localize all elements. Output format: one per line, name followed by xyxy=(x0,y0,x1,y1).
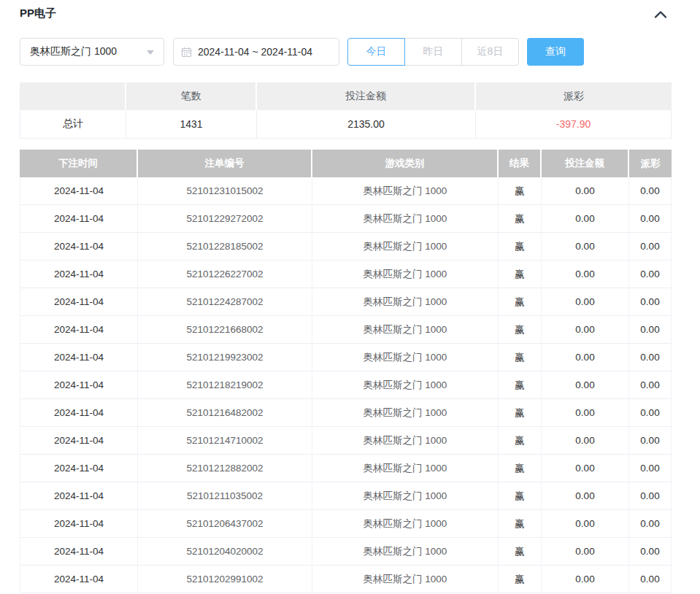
table-row: 2024-11-0452101211035002奥林匹斯之门 1000赢0.00… xyxy=(20,482,672,510)
game-type-cell: 奥林匹斯之门 1000 xyxy=(312,427,499,455)
game-type-cell: 奥林匹斯之门 1000 xyxy=(312,233,499,261)
bet-id-cell: 52101228185002 xyxy=(138,233,312,261)
table-row: 2024-11-0452101216482002奥林匹斯之门 1000赢0.00… xyxy=(20,399,672,427)
bet-id-cell: 52101212882002 xyxy=(138,455,312,482)
table-row: 2024-11-0452101224287002奥林匹斯之门 1000赢0.00… xyxy=(20,288,672,316)
bet-time-cell: 2024-11-04 xyxy=(20,455,138,482)
bet-id-cell: 52101216482002 xyxy=(138,399,312,427)
bet-time-cell: 2024-11-04 xyxy=(20,177,138,205)
summary-total-payout: -397.90 xyxy=(476,110,672,139)
bet-amount-cell: 0.00 xyxy=(542,205,629,233)
result-cell: 赢 xyxy=(499,233,542,261)
summary-total-bet-amount: 2135.00 xyxy=(257,110,476,139)
table-row: 2024-11-0452101218219002奥林匹斯之门 1000赢0.00… xyxy=(20,371,672,399)
payout-cell: 0.00 xyxy=(629,510,672,538)
bet-records-table: 下注时间 注单编号 游戏类别 结果 投注金额 派彩 2024-11-045210… xyxy=(20,150,672,593)
bet-amount-cell: 0.00 xyxy=(542,566,629,593)
game-type-cell: 奥林匹斯之门 1000 xyxy=(312,205,499,233)
payout-cell: 0.00 xyxy=(629,344,672,371)
result-cell: 赢 xyxy=(499,510,542,538)
bet-time-cell: 2024-11-04 xyxy=(20,510,138,538)
bet-amount-cell: 0.00 xyxy=(542,399,629,427)
result-cell: 赢 xyxy=(499,399,542,427)
bet-amount-cell: 0.00 xyxy=(542,427,629,455)
game-select[interactable]: 奥林匹斯之门 1000 xyxy=(20,38,164,66)
game-select-value: 奥林匹斯之门 1000 xyxy=(30,45,117,58)
bet-amount-cell: 0.00 xyxy=(542,288,629,316)
result-cell: 赢 xyxy=(499,538,542,566)
summary-total-count: 1431 xyxy=(126,110,257,139)
bet-amount-cell: 0.00 xyxy=(542,344,629,371)
result-cell: 赢 xyxy=(499,455,542,482)
bet-amount-cell: 0.00 xyxy=(542,261,629,288)
bet-amount-cell: 0.00 xyxy=(542,177,629,205)
game-type-cell: 奥林匹斯之门 1000 xyxy=(312,510,499,538)
bet-id-cell: 52101204020002 xyxy=(138,538,312,566)
bet-id-cell: 52101229272002 xyxy=(138,205,312,233)
date-range-input[interactable]: 2024-11-04 ~ 2024-11-04 xyxy=(173,38,339,66)
col-bet-id: 注单编号 xyxy=(138,150,312,177)
game-type-cell: 奥林匹斯之门 1000 xyxy=(312,455,499,482)
payout-cell: 0.00 xyxy=(629,427,672,455)
payout-cell: 0.00 xyxy=(629,455,672,482)
payout-cell: 0.00 xyxy=(629,288,672,316)
table-row: 2024-11-0452101228185002奥林匹斯之门 1000赢0.00… xyxy=(20,233,672,261)
search-button[interactable]: 查询 xyxy=(527,38,584,66)
bet-id-cell: 52101226227002 xyxy=(138,261,312,288)
game-type-cell: 奥林匹斯之门 1000 xyxy=(312,371,499,399)
payout-cell: 0.00 xyxy=(629,205,672,233)
today-button[interactable]: 今日 xyxy=(347,38,405,66)
table-row: 2024-11-0452101214710002奥林匹斯之门 1000赢0.00… xyxy=(20,427,672,455)
table-row: 2024-11-0452101212882002奥林匹斯之门 1000赢0.00… xyxy=(20,455,672,482)
table-row: 2024-11-0452101226227002奥林匹斯之门 1000赢0.00… xyxy=(20,261,672,288)
calendar-icon xyxy=(181,47,192,58)
game-type-cell: 奥林匹斯之门 1000 xyxy=(312,261,499,288)
bet-time-cell: 2024-11-04 xyxy=(20,316,138,344)
payout-cell: 0.00 xyxy=(629,371,672,399)
bet-id-cell: 52101224287002 xyxy=(138,288,312,316)
payout-cell: 0.00 xyxy=(629,538,672,566)
col-result: 结果 xyxy=(499,150,542,177)
game-type-cell: 奥林匹斯之门 1000 xyxy=(312,344,499,371)
bet-time-cell: 2024-11-04 xyxy=(20,288,138,316)
bet-time-cell: 2024-11-04 xyxy=(20,344,138,371)
bet-amount-cell: 0.00 xyxy=(542,510,629,538)
bet-amount-cell: 0.00 xyxy=(542,455,629,482)
summary-col-payout: 派彩 xyxy=(476,82,672,110)
bet-amount-cell: 0.00 xyxy=(542,482,629,510)
bet-time-cell: 2024-11-04 xyxy=(20,482,138,510)
table-row: 2024-11-0452101221668002奥林匹斯之门 1000赢0.00… xyxy=(20,316,672,344)
col-payout: 派彩 xyxy=(629,150,672,177)
summary-col-bet-amount: 投注金额 xyxy=(257,82,476,110)
bet-id-cell: 52101221668002 xyxy=(138,316,312,344)
summary-header-row: 笔数 投注金额 派彩 xyxy=(20,82,672,110)
bet-id-cell: 52101214710002 xyxy=(138,427,312,455)
bet-amount-cell: 0.00 xyxy=(542,538,629,566)
table-row: 2024-11-0452101229272002奥林匹斯之门 1000赢0.00… xyxy=(20,205,672,233)
result-cell: 赢 xyxy=(499,205,542,233)
payout-cell: 0.00 xyxy=(629,316,672,344)
table-row: 2024-11-0452101202991002奥林匹斯之门 1000赢0.00… xyxy=(20,566,672,593)
payout-cell: 0.00 xyxy=(629,399,672,427)
bet-id-cell: 52101231015002 xyxy=(138,177,312,205)
payout-cell: 0.00 xyxy=(629,177,672,205)
last-8-days-button[interactable]: 近8日 xyxy=(461,38,519,66)
bet-table-header-row: 下注时间 注单编号 游戏类别 结果 投注金额 派彩 xyxy=(20,150,672,177)
bet-time-cell: 2024-11-04 xyxy=(20,566,138,593)
game-type-cell: 奥林匹斯之门 1000 xyxy=(312,177,499,205)
result-cell: 赢 xyxy=(499,427,542,455)
table-row: 2024-11-0452101219923002奥林匹斯之门 1000赢0.00… xyxy=(20,344,672,371)
summary-total-label: 总计 xyxy=(20,110,126,139)
result-cell: 赢 xyxy=(499,371,542,399)
bet-time-cell: 2024-11-04 xyxy=(20,205,138,233)
quick-range-group: 今日 昨日 近8日 xyxy=(347,38,519,66)
caret-down-icon xyxy=(147,50,154,55)
bet-table-body: 2024-11-0452101231015002奥林匹斯之门 1000赢0.00… xyxy=(20,177,672,593)
table-row: 2024-11-0452101206437002奥林匹斯之门 1000赢0.00… xyxy=(20,510,672,538)
bet-time-cell: 2024-11-04 xyxy=(20,399,138,427)
col-bet-time: 下注时间 xyxy=(20,150,138,177)
table-row: 2024-11-0452101231015002奥林匹斯之门 1000赢0.00… xyxy=(20,177,672,205)
collapse-panel-button[interactable] xyxy=(650,6,671,23)
yesterday-button[interactable]: 昨日 xyxy=(404,38,462,66)
col-bet-amount: 投注金额 xyxy=(542,150,629,177)
